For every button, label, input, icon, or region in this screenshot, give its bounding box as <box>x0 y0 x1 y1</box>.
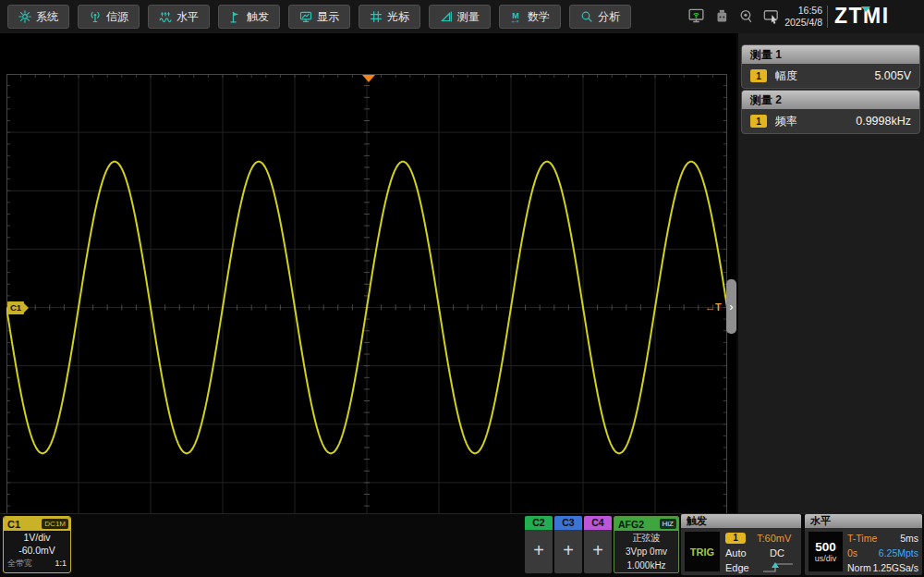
top-menu-bar: 系统 信源 水平 触发 显示 光标 测量 M+-× 数学 <box>0 0 924 33</box>
measurement-row: 1 幅度 5.005V <box>742 64 919 88</box>
toolbar-label: 信源 <box>106 9 128 25</box>
gear-icon <box>18 10 31 23</box>
measurement-card-2[interactable]: 测量 2 1 频率 0.9998kHz <box>741 90 920 134</box>
toolbar-label: 数学 <box>528 9 550 25</box>
toolbar: 系统 信源 水平 触发 显示 光标 测量 M+-× 数学 <box>7 5 631 29</box>
afg2-frequency: 1.000kHz <box>614 559 678 572</box>
ttime-label: T-Time <box>847 533 877 544</box>
measurement-value: 0.9998kHz <box>856 115 911 128</box>
channel-c1-ground-marker[interactable]: C1 <box>7 301 24 314</box>
antenna-icon <box>89 10 102 23</box>
brand-logo-triangle-icon <box>861 6 870 12</box>
rising-edge-icon <box>762 561 794 573</box>
channel-c1-scale: 1V/div <box>4 531 70 544</box>
channel-c4-add-button[interactable]: C4 + <box>584 516 612 573</box>
network-display-icon <box>687 8 705 24</box>
brand-logo: ZTMI <box>834 4 890 29</box>
toolbar-button-cursor[interactable]: 光标 <box>359 5 420 29</box>
toolbar-label: 光标 <box>387 9 409 25</box>
horizontal-offset: 0s <box>847 547 857 559</box>
horizontal-row-ttime: T-Time 5ms <box>847 533 918 544</box>
toolbar-button-trigger[interactable]: 触发 <box>218 5 280 29</box>
measurement-label: 频率 <box>775 114 797 129</box>
channel-c3-add-button[interactable]: C3 + <box>554 516 582 573</box>
usb-icon <box>712 8 730 24</box>
touch-circle-icon <box>737 8 755 24</box>
clock: 16:56 2025/4/8 <box>772 5 822 29</box>
trigger-coupling: DC <box>770 547 784 559</box>
trigger-info-panel[interactable]: 触发 TRIG 1 Auto Edge T:60mV DC <box>681 514 801 575</box>
time-text: 16:56 <box>772 5 822 17</box>
channel-c1-offset: -60.0mV <box>4 544 70 557</box>
ttime-value: 5ms <box>900 533 918 544</box>
channel-c1-bandwidth: 全带宽 <box>7 557 32 570</box>
trigger-source-badge: 1 <box>725 533 746 544</box>
toolbar-button-source[interactable]: 信源 <box>78 5 140 29</box>
measurement-card-title: 测量 1 <box>742 45 919 64</box>
toolbar-button-analysis[interactable]: 分析 <box>569 5 631 29</box>
plus-icon: + <box>554 530 582 571</box>
toolbar-button-horizontal[interactable]: 水平 <box>148 5 210 29</box>
measurement-sidebar: 测量 1 1 幅度 5.005V 测量 2 1 频率 0.9998kHz <box>738 33 924 513</box>
channel-c1-probe-ratio: 1:1 <box>55 557 67 570</box>
channel-c1-name: C1 <box>6 519 20 530</box>
afg2-header: AFG2 HiZ <box>614 517 678 531</box>
afg2-impedance-badge: HiZ <box>660 519 676 529</box>
trigger-level-marker[interactable]: ←T <box>705 301 722 313</box>
measurement-card-title: 测量 2 <box>742 91 919 109</box>
afg2-name: AFG2 <box>616 519 644 530</box>
measurement-value: 5.005V <box>874 69 911 82</box>
panel-expand-handle[interactable]: › <box>726 279 736 334</box>
channel-c2-name: C2 <box>525 516 553 530</box>
chevron-right-icon: › <box>729 300 733 313</box>
plus-icon: + <box>584 530 612 571</box>
horizontal-row-offset: 0s 6.25Mpts <box>847 547 918 559</box>
trigger-position-marker[interactable] <box>362 75 375 82</box>
toolbar-button-display[interactable]: 显示 <box>288 5 350 29</box>
toolbar-label: 触发 <box>247 9 269 25</box>
magnifier-icon <box>580 10 593 23</box>
toolbar-button-math[interactable]: M+-× 数学 <box>499 5 561 29</box>
channel-c1-info-box[interactable]: C1 DC1M 1V/div -60.0mV 全带宽 1:1 <box>3 516 71 573</box>
channel-c2-add-button[interactable]: C2 + <box>525 516 553 573</box>
horizontal-scale-value: 500 <box>815 540 836 554</box>
plus-icon: + <box>525 530 553 571</box>
measurement-card-1[interactable]: 测量 1 1 幅度 5.005V <box>741 44 920 89</box>
measurement-label: 幅度 <box>775 68 797 84</box>
topbar-divider <box>827 6 828 28</box>
channel-c1-footer: 全带宽 1:1 <box>4 557 70 570</box>
horizontal-scale-box: 500 us/div <box>808 532 843 571</box>
waveform-display[interactable]: C1 ←T › <box>0 33 736 513</box>
date-text: 2025/4/8 <box>772 17 822 29</box>
trigger-type: Edge <box>725 562 749 573</box>
channel-c4-name: C4 <box>584 516 612 530</box>
trigger-status-box: TRIG <box>685 532 720 571</box>
horizontal-info-panel[interactable]: 水平 500 us/div T-Time 5ms 0s 6.25Mpts Nor… <box>805 514 922 575</box>
horizontal-row-sample: Norm 1.25GSa/s <box>847 562 918 573</box>
memory-depth: 6.25Mpts <box>879 547 918 559</box>
source-badge: 1 <box>750 115 767 128</box>
scope-graticule-and-trace <box>6 74 727 541</box>
flag-icon <box>229 10 242 23</box>
toolbar-label: 水平 <box>176 9 199 25</box>
afg2-amplitude-offset: 3Vpp 0mv <box>614 545 678 559</box>
channel-c3-name: C3 <box>554 516 582 530</box>
triangle-ruler-icon <box>440 10 453 23</box>
acquisition-mode: Norm <box>847 562 871 573</box>
channel-c1-header: C1 DC1M <box>4 517 70 531</box>
horizontal-scale-unit: us/div <box>815 554 837 564</box>
channel-c1-coupling-badge: DC1M <box>42 519 68 529</box>
toolbar-button-system[interactable]: 系统 <box>7 5 69 29</box>
crosshair-grid-icon <box>370 10 383 23</box>
toolbar-button-measure[interactable]: 测量 <box>429 5 491 29</box>
source-badge: 1 <box>750 69 767 82</box>
afg2-info-box[interactable]: AFG2 HiZ 正弦波 3Vpp 0mv 1.000kHz <box>614 516 679 573</box>
status-icon-group <box>687 8 780 24</box>
svg-text:+-×: +-× <box>511 18 518 23</box>
toolbar-label: 分析 <box>598 9 620 25</box>
wave-arrows-icon <box>159 10 172 23</box>
trigger-panel-title: 触发 <box>681 514 801 528</box>
measurement-row: 1 频率 0.9998kHz <box>742 109 919 133</box>
toolbar-label: 显示 <box>317 9 339 25</box>
math-m-icon: M+-× <box>510 10 523 23</box>
